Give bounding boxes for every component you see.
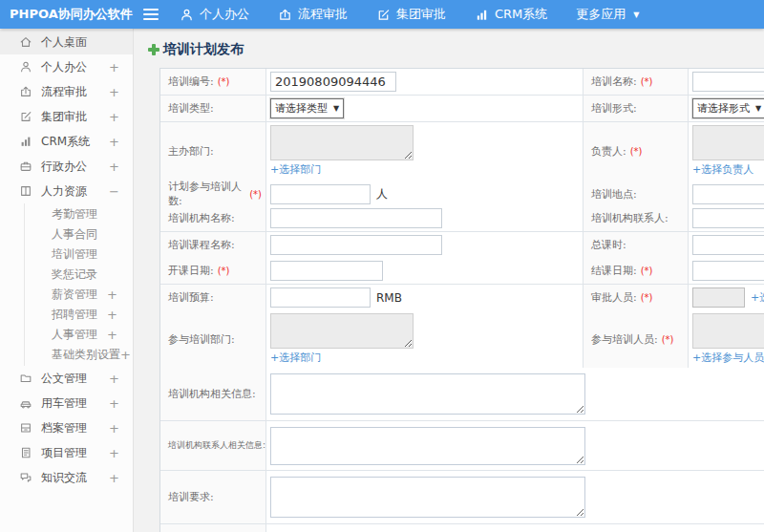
nav-item-more-apps[interactable]: 更多应用 ▼ [576, 6, 639, 23]
select-value: 请选择类型 [275, 101, 328, 116]
sidebar-item-hr[interactable]: 人力资源 − [0, 179, 133, 203]
course-name-input[interactable] [270, 235, 442, 255]
field-label: 培训地点: [591, 187, 637, 202]
nav-label: 流程审批 [298, 6, 348, 23]
caret-down-icon: ▼ [333, 104, 339, 113]
sidebar-subitem-salary[interactable]: 薪资管理 + [25, 285, 133, 305]
expand-toggle[interactable]: + [107, 309, 117, 321]
notebook-icon [19, 446, 32, 459]
training-form-select[interactable]: 请选择形式 ▼ [692, 98, 764, 118]
field-label: 主办部门: [168, 144, 214, 159]
nav-item-personal-office[interactable]: 个人办公 [180, 6, 249, 23]
sidebar-hr-submenu: 考勤管理 人事合同 培训管理 奖惩记录 薪资管理 + 招聘管理 + 人事管理 + [24, 203, 133, 366]
required-mark: (*) [662, 334, 674, 345]
sidebar-subitem-recruitment[interactable]: 招聘管理 + [25, 305, 133, 325]
sidebar-subitem-attendance[interactable]: 考勤管理 [25, 204, 133, 224]
expand-toggle[interactable]: + [109, 447, 119, 459]
sidebar-item-process-approval[interactable]: 流程审批 + [0, 79, 133, 104]
sidebar-item-admin-office[interactable]: 行政办公 + [0, 154, 133, 179]
sidebar-subitem-hr-contract[interactable]: 人事合同 [25, 224, 133, 245]
select-responsible-link[interactable]: +选择负责人 [692, 162, 753, 177]
hamburger-menu-icon[interactable] [143, 9, 159, 20]
training-requirements-textarea[interactable] [270, 477, 585, 518]
end-date-input[interactable] [692, 261, 764, 281]
training-number-input[interactable] [270, 72, 396, 92]
expand-toggle[interactable]: + [109, 372, 119, 385]
sidebar-subitem-training[interactable]: 培训管理 [25, 245, 133, 265]
participants-textarea[interactable] [692, 313, 764, 349]
bar-chart-icon [19, 135, 32, 148]
required-mark: (*) [249, 189, 262, 200]
org-contact-input[interactable] [692, 208, 764, 228]
expand-toggle[interactable]: + [120, 349, 131, 361]
sidebar-item-group-approval[interactable]: 集团审批 + [0, 104, 133, 129]
sidebar-item-archives-mgmt[interactable]: 档案管理 + [0, 415, 133, 440]
expand-toggle[interactable]: + [109, 397, 119, 410]
form-row: 培训机构联系人相关信息: [160, 421, 764, 471]
training-plan-form: 培训编号:(*) 培训名称:(*) 培训类型: [159, 68, 764, 532]
org-name-input[interactable] [270, 208, 442, 228]
training-type-select[interactable]: 请选择类型 ▼ [270, 98, 344, 118]
main-content: 培训计划发布 培训编号:(*) 培训名称:(*) [135, 29, 764, 532]
edit-icon [19, 110, 32, 123]
field-label: 总课时: [591, 238, 626, 252]
expand-toggle[interactable]: + [109, 61, 119, 74]
form-row: 培训编号:(*) 培训名称:(*) [160, 69, 764, 96]
expand-toggle[interactable]: + [107, 329, 117, 341]
nav-label: 个人办公 [200, 6, 249, 23]
field-label-cell: 培训机构相关信息: [160, 368, 266, 421]
sidebar-item-knowledge-exchange[interactable]: 知识交流 + [0, 465, 133, 490]
nav-item-process-approval[interactable]: 流程审批 [278, 6, 348, 23]
expand-toggle[interactable]: + [109, 86, 119, 98]
select-department-link[interactable]: +选择部门 [270, 162, 321, 177]
sidebar-item-project-mgmt[interactable]: 项目管理 + [0, 440, 133, 465]
select-participants-link[interactable]: +选择参与人员 [692, 351, 764, 365]
car-icon [19, 396, 32, 410]
training-name-input[interactable] [692, 72, 764, 92]
field-label-cell: 培训类型: [160, 96, 266, 122]
nav-label: 集团审批 [396, 6, 446, 23]
expand-toggle[interactable]: + [109, 136, 119, 148]
collapse-toggle[interactable]: − [109, 185, 119, 198]
expand-toggle[interactable]: + [109, 472, 119, 484]
form-row: 培训类型: 请选择类型 ▼ 培训形式: 请选择形式 ▼ [160, 96, 764, 122]
planned-participants-input[interactable] [270, 184, 371, 204]
sidebar-item-vehicle-mgmt[interactable]: 用车管理 + [0, 391, 133, 415]
approver-input[interactable] [692, 287, 745, 308]
nav-item-group-approval[interactable]: 集团审批 [376, 6, 446, 23]
total-hours-input[interactable] [692, 235, 764, 255]
field-label-cell: 培训编号:(*) [160, 69, 266, 96]
field-label-cell: 总课时: [584, 232, 689, 259]
field-label-cell: 参与培训人员:(*) [584, 310, 689, 369]
training-location-input[interactable] [692, 184, 764, 204]
select-department-link[interactable]: +选择部门 [270, 351, 321, 365]
org-contact-info-textarea[interactable] [270, 427, 585, 465]
folder-icon [19, 372, 32, 385]
sidebar-item-personal-desktop[interactable]: 个人桌面 [0, 30, 133, 54]
sidebar-subitem-personnel[interactable]: 人事管理 + [25, 325, 133, 345]
sidebar-item-document-mgmt[interactable]: 公文管理 + [0, 366, 133, 391]
budget-input[interactable] [270, 287, 371, 308]
host-department-textarea[interactable] [270, 125, 414, 160]
sidebar-subitem-rewards[interactable]: 奖惩记录 [25, 265, 133, 285]
field-label-cell: 培训机构联系人相关信息: [160, 421, 266, 471]
sidebar-subitem-base-category[interactable]: 基础类别设置 + [25, 345, 133, 365]
field-label: 培训形式: [591, 101, 637, 116]
sidebar-item-crm[interactable]: CRM系统 + [0, 129, 133, 154]
expand-toggle[interactable]: + [109, 160, 119, 173]
select-approver-link[interactable]: +选择审批人员 [751, 290, 764, 305]
field-label: 培训机构联系人相关信息: [168, 439, 265, 452]
sidebar: 个人桌面 个人办公 + 流程审批 + 集团审批 + CRM系统 + 行政办公 + [0, 29, 134, 532]
responsible-person-textarea[interactable] [692, 125, 764, 160]
expand-toggle[interactable]: + [107, 288, 117, 301]
start-date-input[interactable] [270, 261, 383, 281]
field-label: 培训机构联系人: [591, 211, 668, 225]
sidebar-item-personal-office[interactable]: 个人办公 + [0, 54, 133, 79]
expand-toggle[interactable]: + [109, 111, 119, 123]
form-row: 计划参与培训人数:(*) 人 培训地点: [160, 180, 764, 205]
nav-item-crm[interactable]: CRM系统 [475, 6, 547, 23]
org-info-textarea[interactable] [270, 373, 585, 415]
expand-toggle[interactable]: + [109, 422, 119, 435]
field-label-cell: 培训预算: [160, 285, 266, 311]
participating-department-textarea[interactable] [270, 313, 414, 349]
